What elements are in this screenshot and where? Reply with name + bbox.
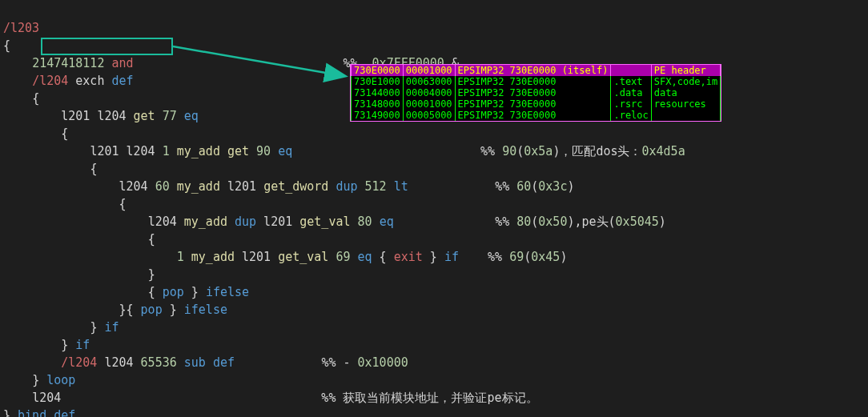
table-row: 73149000 00005000 EPSIMP32 730E0000 .rel… (352, 110, 721, 121)
comment-prefix: %% (480, 144, 502, 158)
comment-num: 60 (516, 179, 531, 194)
comment-op: - (343, 355, 357, 370)
comment: ) (659, 215, 666, 229)
fn-getval: get_val (299, 215, 350, 229)
table-cell: EPSIMP32 730E0000 (455, 110, 611, 121)
kw-if: if (104, 320, 119, 335)
kw-eq: eq (184, 109, 199, 123)
comment-prefix: %% (488, 250, 509, 264)
table-cell: EPSIMP32 730E0000 (itself) (455, 65, 611, 76)
text: { (372, 250, 394, 264)
comment-hex: 0x45 (531, 250, 560, 264)
comment: ( (524, 250, 531, 264)
table-cell: 00001000 (403, 98, 455, 110)
table-cell: EPSIMP32 730E0000 (455, 98, 611, 110)
fn-myadd: my_add (184, 215, 227, 229)
comment-hex: 0x4d5a (642, 144, 685, 158)
text: } (90, 320, 104, 335)
comment: ) (560, 250, 567, 264)
table-row: 73148000 00001000 EPSIMP32 730E0000 .rsr… (352, 98, 721, 110)
brace-open: { (61, 126, 68, 141)
comment-hex: 0x3c (538, 179, 567, 194)
text: { (148, 285, 163, 299)
table-cell (651, 110, 720, 121)
kw-dup: dup (235, 215, 256, 229)
comment-prefix: %% (321, 355, 343, 370)
text: } (32, 373, 46, 387)
table-cell: data (651, 87, 720, 98)
kw-if: if (444, 250, 459, 264)
kw-and: and (111, 56, 133, 70)
comment: ( (531, 179, 538, 194)
num: 60 (155, 179, 170, 194)
brace-close: } (148, 267, 155, 282)
comment-hex: 0x5045 (616, 215, 659, 229)
fn-getval: get_val (278, 250, 328, 264)
fn-myadd: my_add (177, 179, 220, 194)
kw-dup: dup (336, 179, 357, 194)
brace-open: { (148, 232, 155, 247)
table-cell (611, 65, 651, 76)
num: 77 (163, 109, 177, 123)
comment: %% 获取当前模块地址，并验证pe标记。 (321, 391, 537, 405)
comment-hex: 0x10000 (358, 355, 408, 370)
num: 512 (365, 179, 387, 194)
pe-header-table: 730E0000 00001000 EPSIMP32 730E0000 (its… (350, 64, 721, 122)
code-block: /l203 { 2147418112 and %% 0x7FFF0000 & /… (0, 0, 868, 417)
kw-eq: eq (358, 250, 372, 264)
kw-ifelse: ifelse (206, 285, 249, 299)
comment: ( (516, 144, 524, 158)
text: l204 (32, 391, 61, 405)
table-cell: 00005000 (403, 110, 455, 121)
text: } (61, 338, 75, 352)
text: l201 l204 (61, 109, 133, 123)
kw-def: def (54, 408, 75, 417)
table-cell: .data (611, 87, 651, 98)
kw-pop: pop (163, 285, 184, 299)
text: l204 (97, 355, 140, 370)
table-header-row: 730E0000 00001000 EPSIMP32 730E0000 (its… (352, 65, 721, 76)
literal-num: 2147418112 (32, 56, 104, 70)
text: l204 (148, 215, 184, 229)
fn-myadd: my_add (191, 250, 235, 264)
table-row: 73144000 00004000 EPSIMP32 730E0000 .dat… (352, 87, 721, 98)
var-name: /l204 (61, 355, 97, 370)
kw-sub: sub (184, 355, 206, 370)
comment-hex: 0x5a (524, 144, 553, 158)
table-cell: 73149000 (352, 110, 404, 121)
comment: ),pe头( (567, 215, 615, 229)
table-cell: .rsrc (611, 98, 651, 110)
table-cell: 00004000 (403, 87, 455, 98)
comment-prefix: %% (495, 215, 516, 229)
num-one: 1 (163, 144, 170, 158)
comment-prefix: %% (495, 179, 516, 194)
table-cell: 00063000 (403, 76, 455, 87)
comment: ( (531, 215, 538, 229)
table-cell: 00001000 (403, 65, 455, 76)
kw-if: if (75, 338, 90, 352)
num: 69 (336, 250, 350, 264)
table-cell: .reloc (611, 110, 651, 121)
comment-num: 69 (509, 250, 524, 264)
table-cell: 73144000 (352, 87, 404, 98)
fn-getdword: get_dword (263, 179, 328, 194)
kw pract10-pop: pop (141, 303, 163, 317)
text: } (3, 408, 18, 417)
num-one: 1 (177, 250, 184, 264)
kw-def: def (111, 74, 133, 88)
table-cell: .text (611, 76, 651, 87)
table-row: 730E1000 00063000 EPSIMP32 730E0000 .tex… (352, 76, 721, 87)
text: exch (68, 74, 111, 88)
kw-eq: eq (380, 215, 394, 229)
brace-open: { (119, 197, 127, 211)
table-cell: 730E0000 (352, 65, 404, 76)
table-cell: 730E1000 (352, 76, 404, 87)
text: l201 l204 (90, 144, 162, 158)
comment-num: 90 (502, 144, 516, 158)
table-cell: 73148000 (352, 98, 404, 110)
num: 80 (358, 215, 372, 229)
kw-bind: bind (18, 408, 46, 417)
text: }{ (119, 303, 141, 317)
comment: ) (567, 179, 574, 194)
text: l201 (235, 250, 278, 264)
